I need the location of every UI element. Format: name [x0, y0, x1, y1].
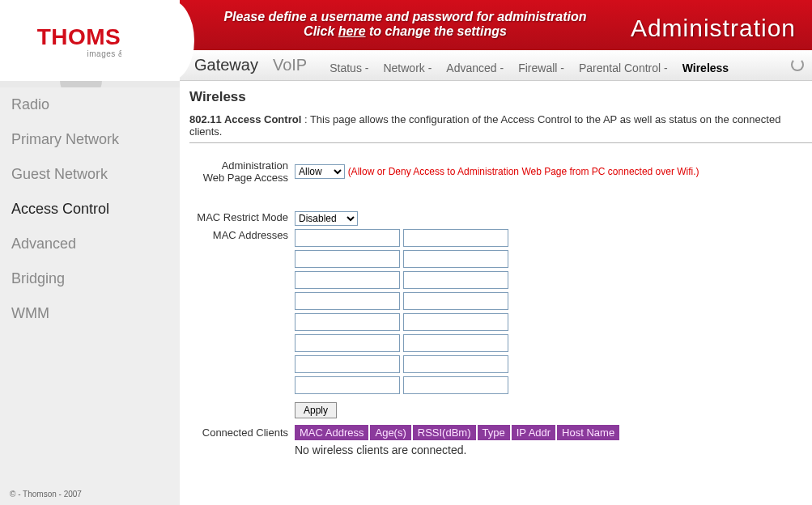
mac-addresses-grid [295, 227, 699, 399]
admin-access-hint: (Allow or Deny Access to Administration … [348, 166, 699, 177]
mac-input[interactable] [295, 271, 400, 289]
copyright-text: © - Thomson - 2007 [10, 490, 82, 499]
sidebar-item-primary-network[interactable]: Primary Network [0, 122, 180, 157]
subtab-status[interactable]: Status - [329, 62, 368, 74]
banner-title: Administration [631, 0, 812, 50]
header-banner: THOMSON images & beyond Please define a … [0, 0, 812, 50]
loading-icon [791, 58, 804, 71]
mac-row [295, 271, 699, 289]
subtab-firewall[interactable]: Firewall - [518, 62, 564, 74]
mac-row [295, 250, 699, 268]
page-title: Wireless [189, 89, 812, 105]
mac-input[interactable] [403, 229, 508, 247]
apply-button[interactable]: Apply [295, 402, 337, 418]
no-clients-message: No wireless clients are connected. [295, 443, 699, 456]
mac-input[interactable] [403, 334, 508, 352]
clients-header-cell: Age(s) [369, 425, 411, 440]
banner-line1: Please define a username and password fo… [180, 10, 631, 24]
clients-header-cell: Type [477, 425, 511, 440]
mac-input[interactable] [295, 292, 400, 310]
mac-row [295, 313, 699, 331]
mac-input[interactable] [403, 355, 508, 373]
admin-access-label: Administration Web Page Access [189, 158, 295, 185]
mac-input[interactable] [403, 292, 508, 310]
mac-input[interactable] [295, 313, 400, 331]
mac-row [295, 376, 699, 394]
settings-form: Administration Web Page Access Allow (Al… [189, 158, 699, 458]
mac-addresses-label: MAC Addresses [189, 227, 295, 399]
clients-header-cell: MAC Address [295, 425, 369, 440]
content-area: Wireless 802.11 Access Control : This pa… [180, 81, 812, 505]
mac-input[interactable] [403, 271, 508, 289]
mac-row [295, 292, 699, 310]
subtab-wireless[interactable]: Wireless [682, 62, 729, 74]
mac-restrict-label: MAC Restrict Mode [189, 210, 295, 227]
mac-input[interactable] [295, 334, 400, 352]
banner-line2: Click here to change the settings [180, 24, 631, 39]
logo: THOMSON images & beyond [0, 0, 180, 81]
sidebar-item-wmm[interactable]: WMM [0, 296, 180, 331]
mac-input[interactable] [403, 376, 508, 394]
clients-header-cell: Host Name [556, 425, 620, 440]
sidebar-item-radio[interactable]: Radio [0, 87, 180, 122]
subtab-network[interactable]: Network - [383, 62, 432, 74]
sidebar-item-guest-network[interactable]: Guest Network [0, 157, 180, 192]
sidebar-item-advanced[interactable]: Advanced [0, 227, 180, 261]
connected-clients-label: Connected Clients [189, 420, 295, 458]
subtab-advanced[interactable]: Advanced - [446, 62, 504, 74]
tab-voip[interactable]: VoIP [273, 56, 307, 74]
banner-here-link[interactable]: here [338, 24, 366, 38]
mac-input[interactable] [295, 250, 400, 268]
mac-input[interactable] [295, 355, 400, 373]
page-description: 802.11 Access Control : This page allows… [189, 113, 812, 138]
sidebar-item-access-control[interactable]: Access Control [0, 192, 180, 227]
sidebar-item-bridging[interactable]: Bridging [0, 261, 180, 296]
mac-row [295, 355, 699, 373]
connected-clients-table: MAC AddressAge(s)RSSI(dBm)TypeIP AddrHos… [295, 425, 621, 440]
mac-row [295, 334, 699, 352]
mac-row [295, 229, 699, 247]
mac-input[interactable] [403, 250, 508, 268]
mac-input[interactable] [295, 229, 400, 247]
admin-access-select[interactable]: Allow [295, 164, 345, 179]
banner-message: Please define a username and password fo… [180, 0, 631, 50]
clients-header-cell: IP Addr [511, 425, 556, 440]
tab-gateway[interactable]: Gateway [194, 56, 258, 74]
mac-restrict-select[interactable]: Disabled [295, 211, 358, 226]
clients-header-cell: RSSI(dBm) [412, 425, 477, 440]
separator [189, 142, 812, 143]
mac-input[interactable] [295, 376, 400, 394]
mac-input[interactable] [403, 313, 508, 331]
sidebar: Radio Primary Network Guest Network Acce… [0, 81, 180, 505]
section-name: 802.11 Access Control [189, 113, 301, 125]
subtab-parental[interactable]: Parental Control - [579, 62, 668, 74]
